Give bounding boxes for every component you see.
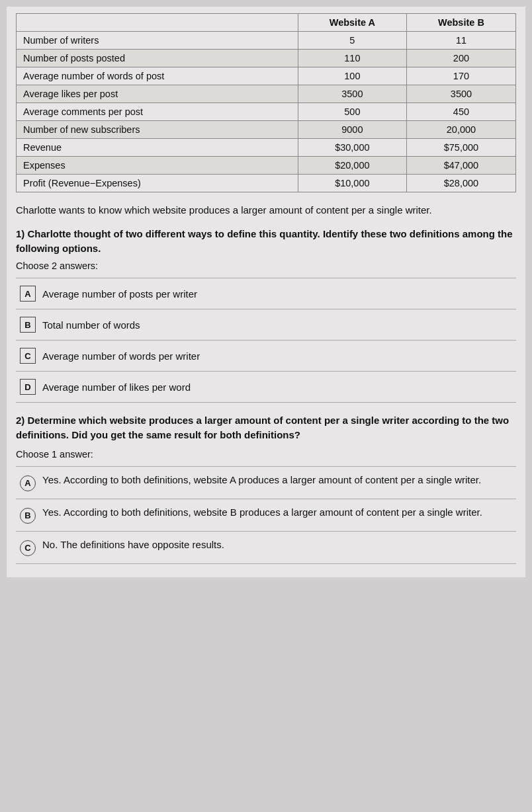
option-badge-a: A — [20, 286, 36, 302]
table-cell-label: Expenses — [17, 157, 298, 175]
q2-option-b[interactable]: B Yes. According to both definitions, we… — [16, 499, 516, 531]
table-cell-label: Number of new subscribers — [17, 121, 298, 139]
table-cell-a: 500 — [298, 103, 406, 121]
context-text: Charlotte wants to know which website pr… — [16, 203, 516, 218]
table-cell-label: Profit (Revenue−Expenses) — [17, 175, 298, 192]
option-text-d: Average number of likes per word — [42, 382, 191, 393]
table-header-label — [17, 14, 298, 32]
table-cell-b: 170 — [406, 67, 515, 85]
table-cell-b: 200 — [406, 50, 515, 67]
table-cell-b: 3500 — [406, 85, 515, 103]
data-table: Website A Website B Number of writers 5 … — [16, 13, 516, 192]
q2-option-badge-c: C — [20, 540, 36, 556]
option-badge-d: D — [20, 379, 36, 395]
q2-option-c[interactable]: C No. The definitions have opposite resu… — [16, 531, 516, 564]
page-container: Website A Website B Number of writers 5 … — [7, 7, 525, 577]
table-cell-label: Average likes per post — [17, 85, 298, 103]
option-text-a: Average number of posts per writer — [42, 288, 197, 300]
option-badge-c: C — [20, 348, 36, 364]
q2-option-text-a: Yes. According to both definitions, webs… — [42, 474, 481, 485]
table-row: Number of writers 5 11 — [17, 32, 516, 50]
q2-option-text-b: Yes. According to both definitions, webs… — [42, 507, 482, 518]
table-cell-b: $75,000 — [406, 139, 515, 157]
table-header-website-a: Website A — [298, 14, 406, 32]
table-cell-b: 11 — [406, 32, 515, 50]
table-cell-a: $10,000 — [298, 175, 406, 192]
q2-option-a[interactable]: A Yes. According to both definitions, we… — [16, 466, 516, 499]
q1-option-d[interactable]: D Average number of likes per word — [16, 371, 516, 403]
option-text-b: Total number of words — [42, 319, 140, 331]
table-cell-a: $20,000 — [298, 157, 406, 175]
table-row: Average likes per post 3500 3500 — [17, 85, 516, 103]
q2-option-badge-a: A — [20, 475, 36, 491]
table-cell-b: 450 — [406, 103, 515, 121]
table-row: Average number of words of post 100 170 — [17, 67, 516, 85]
table-row: Profit (Revenue−Expenses) $10,000 $28,00… — [17, 175, 516, 192]
table-row: Number of posts posted 110 200 — [17, 50, 516, 67]
question-2-text: 2) Determine which website produces a la… — [16, 413, 516, 442]
table-cell-label: Number of writers — [17, 32, 298, 50]
q1-choose-label: Choose 2 answers: — [16, 261, 516, 271]
table-cell-label: Number of posts posted — [17, 50, 298, 67]
option-badge-b: B — [20, 317, 36, 333]
q2-choose-label: Choose 1 answer: — [16, 449, 516, 460]
table-cell-label: Average number of words of post — [17, 67, 298, 85]
table-cell-b: $47,000 — [406, 157, 515, 175]
table-cell-b: 20,000 — [406, 121, 515, 139]
table-header-website-b: Website B — [406, 14, 515, 32]
table-cell-a: 100 — [298, 67, 406, 85]
table-cell-a: 5 — [298, 32, 406, 50]
table-row: Expenses $20,000 $47,000 — [17, 157, 516, 175]
table-cell-label: Average comments per post — [17, 103, 298, 121]
table-cell-a: 110 — [298, 50, 406, 67]
q1-option-b[interactable]: B Total number of words — [16, 309, 516, 340]
table-cell-b: $28,000 — [406, 175, 515, 192]
q2-options-container: A Yes. According to both definitions, we… — [16, 466, 516, 564]
table-cell-a: 3500 — [298, 85, 406, 103]
q1-options-container: A Average number of posts per writer B T… — [16, 278, 516, 403]
q1-option-c[interactable]: C Average number of words per writer — [16, 340, 516, 371]
question-1-text: 1) Charlotte thought of two different wa… — [16, 227, 516, 256]
table-cell-label: Revenue — [17, 139, 298, 157]
table-cell-a: 9000 — [298, 121, 406, 139]
option-text-c: Average number of words per writer — [42, 350, 200, 362]
table-cell-a: $30,000 — [298, 139, 406, 157]
table-row: Average comments per post 500 450 — [17, 103, 516, 121]
q2-option-text-c: No. The definitions have opposite result… — [42, 539, 224, 550]
table-row: Revenue $30,000 $75,000 — [17, 139, 516, 157]
q1-option-a[interactable]: A Average number of posts per writer — [16, 278, 516, 309]
q2-option-badge-b: B — [20, 508, 36, 524]
table-row: Number of new subscribers 9000 20,000 — [17, 121, 516, 139]
